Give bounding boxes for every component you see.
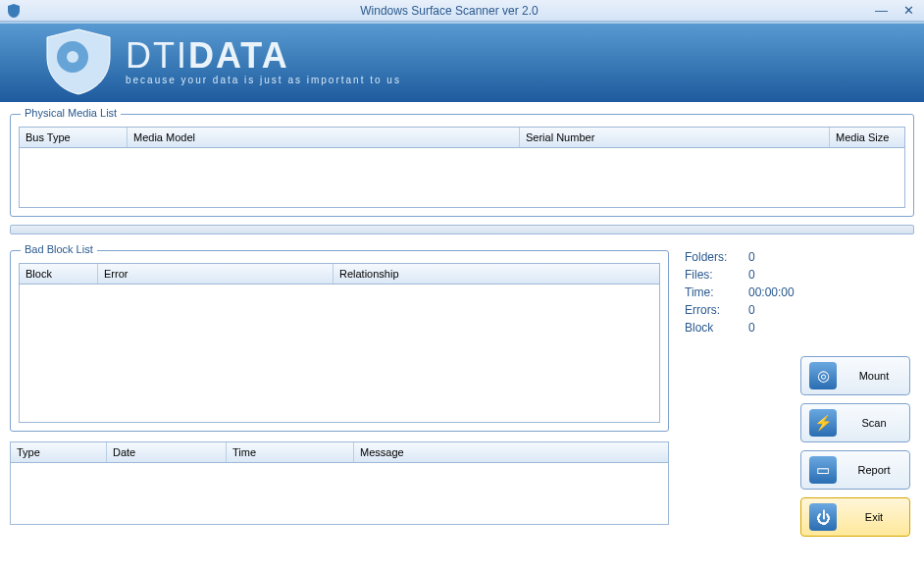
- stat-block-value: 0: [748, 321, 755, 335]
- disc-icon: ◎: [809, 362, 837, 389]
- stat-files-value: 0: [748, 268, 755, 282]
- window-title: Windows Surface Scanner ver 2.0: [27, 4, 871, 18]
- physical-media-body: [20, 148, 904, 207]
- mount-button[interactable]: ◎ Mount: [800, 356, 910, 395]
- titlebar: Windows Surface Scanner ver 2.0 — ✕: [0, 0, 924, 22]
- col-date[interactable]: Date: [107, 442, 227, 462]
- lightning-icon: ⚡: [809, 409, 837, 437]
- bad-block-table[interactable]: Block Error Relationship: [19, 263, 660, 423]
- col-serial-number[interactable]: Serial Number: [520, 128, 830, 147]
- power-icon: ⏻: [809, 503, 837, 531]
- stats-panel: Folders:0 Files:0 Time:00:00:00 Errors:0…: [679, 244, 914, 348]
- col-type[interactable]: Type: [11, 442, 107, 462]
- physical-media-group: Physical Media List Bus Type Media Model…: [10, 114, 914, 217]
- stat-errors-value: 0: [748, 303, 755, 317]
- stat-folders-value: 0: [748, 250, 755, 264]
- col-error[interactable]: Error: [98, 264, 334, 284]
- col-block[interactable]: Block: [20, 264, 98, 284]
- log-table[interactable]: Type Date Time Message: [10, 441, 669, 525]
- exit-button[interactable]: ⏻ Exit: [800, 497, 910, 537]
- app-icon: [6, 3, 22, 19]
- col-message[interactable]: Message: [354, 442, 668, 462]
- col-time[interactable]: Time: [227, 442, 354, 462]
- brand-name: DTIDATA: [126, 38, 401, 74]
- brand-tagline: because your data is just as important t…: [126, 76, 401, 85]
- log-body: [11, 463, 668, 524]
- bad-block-body: [20, 285, 659, 422]
- col-bus-type[interactable]: Bus Type: [20, 128, 128, 147]
- col-relationship[interactable]: Relationship: [334, 264, 659, 284]
- stat-files-label: Files:: [685, 268, 739, 282]
- col-media-model[interactable]: Media Model: [128, 128, 520, 147]
- window-controls: — ✕: [871, 3, 918, 18]
- book-icon: ▭: [809, 456, 837, 484]
- col-media-size[interactable]: Media Size: [830, 128, 904, 147]
- close-button[interactable]: ✕: [899, 3, 918, 18]
- stat-folders-label: Folders:: [685, 250, 739, 264]
- report-button[interactable]: ▭ Report: [800, 450, 910, 490]
- svg-point-1: [67, 51, 78, 63]
- bad-block-title: Bad Block List: [21, 243, 97, 255]
- stat-block-label: Block: [685, 321, 739, 335]
- physical-media-table[interactable]: Bus Type Media Model Serial Number Media…: [19, 127, 905, 208]
- scan-button[interactable]: ⚡ Scan: [800, 403, 910, 442]
- stat-time-value: 00:00:00: [748, 285, 795, 299]
- shield-logo-icon: [39, 27, 118, 96]
- progress-bar: [10, 225, 914, 234]
- stat-time-label: Time:: [685, 285, 739, 299]
- physical-media-title: Physical Media List: [21, 107, 121, 119]
- stat-errors-label: Errors:: [685, 303, 739, 317]
- brand-banner: DTIDATA because your data is just as imp…: [0, 22, 924, 102]
- minimize-button[interactable]: —: [871, 3, 892, 18]
- bad-block-group: Bad Block List Block Error Relationship: [10, 250, 669, 432]
